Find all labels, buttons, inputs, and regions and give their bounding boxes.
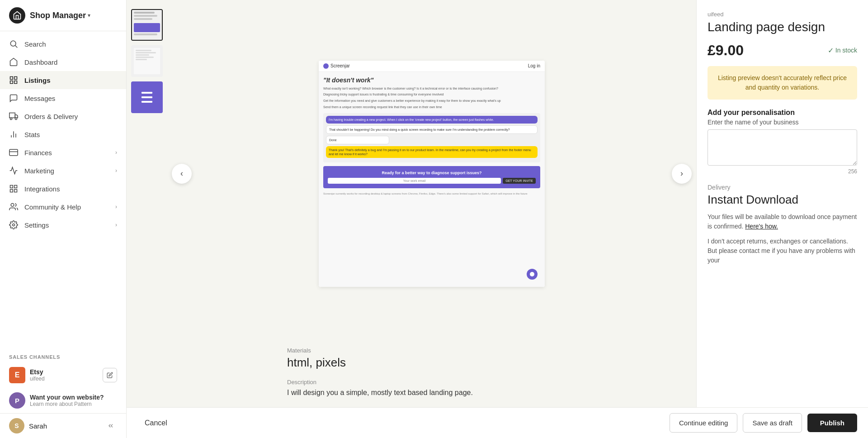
ss-cta-btn: GET YOUR INVITE [503,178,536,184]
main-content: ‹ Screenjar Log in [127,0,868,438]
nav-label-listings: Listings [24,76,51,84]
svg-rect-17 [10,190,13,192]
nav-item-dashboard[interactable]: Dashboard [0,53,126,71]
nav-item-listings[interactable]: Listings [0,71,126,89]
ss-chat-area: I'm having trouble creating a new projec… [323,113,540,162]
thumbnail-2[interactable] [131,45,163,77]
etsy-sub: uifeed [30,376,103,382]
personalisation-input[interactable] [708,129,857,166]
nav-label-finances: Finances [24,149,52,157]
svg-point-8 [10,118,12,119]
nav-label-community: Community & Help [24,203,81,211]
ss-chat-2: That shouldn't be happening! Do you mind… [326,125,538,134]
nav-item-search[interactable]: Search [0,35,126,53]
shop-manager-caret: ▾ [88,12,90,19]
etsy-avatar: E [9,367,25,383]
description-label: Description [287,379,576,386]
svg-rect-6 [9,113,15,118]
marketing-chevron: › [115,167,117,174]
nav-item-finances[interactable]: Finances › [0,143,126,162]
nav-item-orders[interactable]: Orders & Delivery [0,107,126,125]
pattern-avatar: P [9,392,25,409]
etsy-edit-button[interactable] [103,368,117,382]
nav-label-search: Search [24,40,46,48]
svg-rect-4 [10,81,13,84]
shop-manager-title: Shop Manager [30,11,86,20]
thumbnail-3[interactable] [131,81,163,113]
listing-price: £9.00 [708,42,744,59]
warning-banner: Listing preview doesn't accurately refle… [708,66,857,100]
nav-item-marketing[interactable]: Marketing › [0,162,126,180]
nav-label-stats: Stats [24,131,40,138]
price-row: £9.00 ✓ In stock [708,42,857,59]
sales-channels-title: SALES CHANNELS [0,347,126,362]
in-stock-badge: ✓ In stock [828,46,857,55]
warning-text: Listing preview doesn't accurately refle… [718,74,847,91]
stock-status: In stock [835,47,857,54]
ss-brand: Screenjar [323,63,350,69]
thumbnail-1[interactable] [131,9,163,41]
main-preview-scroll: ‹ Screenjar Log in [167,0,696,407]
shop-manager-logo [9,7,25,24]
delivery-desc: Your files will be available to download… [708,212,857,231]
pattern-channel[interactable]: P Want your own website? Learn more abou… [0,388,126,413]
svg-rect-21 [142,92,152,94]
save-draft-button[interactable]: Save as draft [743,413,802,433]
user-name: Sarah [29,422,104,430]
nav-label-marketing: Marketing [24,167,54,175]
nav-item-community[interactable]: Community & Help › [0,198,126,216]
seller-name: uifeed [708,11,857,18]
community-chevron: › [115,204,117,210]
collapse-sidebar-button[interactable] [104,419,117,432]
ss-header: Screenjar Log in [319,61,545,72]
ss-cta-form: Your work email GET YOUR INVITE [328,178,536,184]
ss-login: Log in [528,63,540,68]
bottom-toolbar: Cancel Continue editing Save as draft Pu… [127,407,868,438]
svg-point-9 [15,118,17,119]
publish-button[interactable]: Publish [807,414,857,432]
ss-body-text-1: What exactly isn't working? Which browse… [323,86,540,91]
nav-label-integrations: Integrations [24,185,60,193]
nav-item-messages[interactable]: Messages [0,89,126,107]
personalisation-sub: Enter the name of your business [708,119,857,126]
svg-point-19 [11,204,14,207]
finances-chevron: › [115,149,117,156]
ss-logo-dot [323,63,329,69]
listing-title: Landing page design [708,19,857,35]
svg-rect-22 [142,96,152,98]
personalisation-section: Add your personalisation Enter the name … [708,109,857,175]
main-image-container: Screenjar Log in "It doesn't work" What … [319,61,545,287]
ss-body-text-3: Get the information you need and give cu… [323,99,540,103]
materials-value: html, pixels [287,356,576,370]
char-count: 256 [708,168,857,175]
sidebar: Shop Manager ▾ Search Dashboard Listings… [0,0,127,438]
svg-point-20 [13,224,15,226]
ss-headline: "It doesn't work" [323,76,540,84]
svg-rect-13 [9,149,18,155]
next-image-button[interactable]: › [672,164,692,184]
ss-chat-4: Thank you! That's definitely a bug and I… [326,146,538,158]
materials-label: Materials [287,347,576,354]
main-image-area: ‹ Screenjar Log in [167,0,696,347]
nav-item-stats[interactable]: Stats [0,125,126,143]
cancel-button[interactable]: Cancel [137,415,175,431]
nav-item-settings[interactable]: Settings › [0,216,126,234]
shop-manager-header[interactable]: Shop Manager ▾ [0,0,126,31]
ss-body: "It doesn't work" What exactly isn't wor… [319,72,545,287]
ss-brand-name: Screenjar [330,63,350,68]
nav-item-integrations[interactable]: Integrations [0,180,126,198]
prev-image-button[interactable]: ‹ [172,164,192,184]
continue-editing-button[interactable]: Continue editing [670,413,737,433]
svg-rect-16 [14,186,17,188]
image-dot-inner [530,272,534,276]
pattern-name: Want your own website? [30,394,117,401]
ss-body-text-4: Send them a unique screen recording requ… [323,105,540,110]
ss-cta-input: Your work email [328,178,501,184]
delivery-title: Instant Download [708,193,857,207]
heres-how-link[interactable]: Here's how. [745,223,778,230]
ss-body-text-2: Diagnosing tricky support issues is frus… [323,92,540,97]
image-indicator [527,269,538,280]
action-buttons: Continue editing Save as draft Publish [670,413,857,433]
svg-rect-2 [10,77,13,80]
ss-cta-title: Ready for a better way to diagnose suppo… [328,171,536,175]
